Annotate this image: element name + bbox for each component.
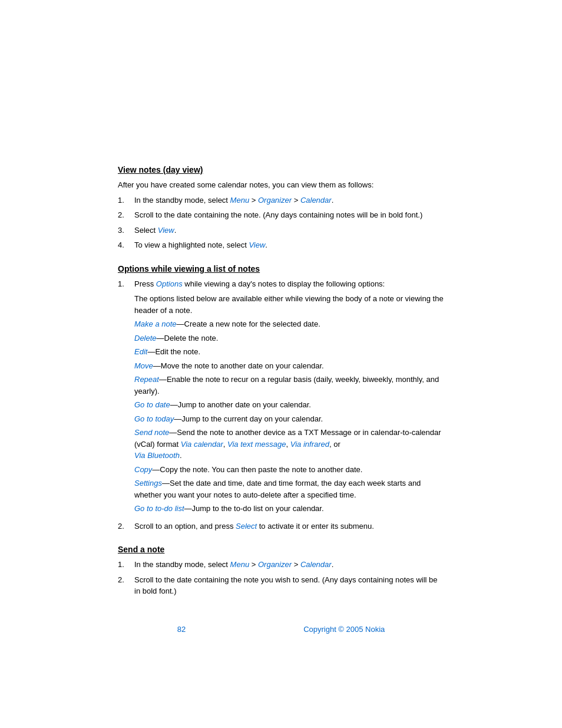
- options-list: 1. Press Options while viewing a day's n…: [118, 278, 444, 532]
- list-content: In the standby mode, select Menu > Organ…: [134, 195, 444, 206]
- list-item: 2. Scroll to an option, and press Select…: [118, 521, 444, 532]
- link-settings: Settings: [134, 479, 162, 487]
- list-content: Scroll to an option, and press Select to…: [134, 521, 444, 532]
- link-move: Move: [134, 361, 153, 370]
- list-number: 2.: [118, 574, 130, 597]
- list-content: Scroll to the date containing the note. …: [134, 209, 444, 221]
- list-item: 2. Scroll to the date containing the not…: [118, 209, 444, 221]
- list-number: 4.: [118, 239, 130, 251]
- footer-copyright: Copyright © 2005 Nokia: [303, 625, 385, 634]
- link-menu-2: Menu: [230, 560, 250, 569]
- list-number: 1.: [118, 278, 130, 517]
- list-item: 1. In the standby mode, select Menu > Or…: [118, 195, 444, 206]
- section-title-view-notes: View notes (day view): [118, 165, 444, 174]
- section-intro-view-notes: After you have created some calendar not…: [118, 179, 444, 191]
- link-go-to-todo: Go to to-do list: [134, 504, 184, 513]
- view-notes-list: 1. In the standby mode, select Menu > Or…: [118, 195, 444, 251]
- link-via-text: Via text message: [227, 440, 286, 449]
- list-item: 4. To view a highlighted note, select Vi…: [118, 239, 444, 251]
- page: View notes (day view) After you have cre…: [0, 0, 562, 728]
- link-copy: Copy: [134, 465, 152, 474]
- list-number: 1.: [118, 195, 130, 206]
- link-organizer-2: Organizer: [258, 560, 292, 569]
- list-item: 1. Press Options while viewing a day's n…: [118, 278, 444, 517]
- link-via-infrared: Via infrared: [290, 440, 329, 449]
- list-content: To view a highlighted note, select View.: [134, 239, 444, 251]
- link-repeat: Repeat: [134, 375, 159, 384]
- link-calendar: Calendar: [300, 196, 332, 205]
- footer-page-number: 82: [177, 625, 186, 634]
- section-view-notes: View notes (day view) After you have cre…: [118, 165, 444, 251]
- list-number: 1.: [118, 559, 130, 571]
- list-item: 3. Select View.: [118, 225, 444, 236]
- sub-item-settings: Settings—Set the date and time, date and…: [134, 477, 444, 500]
- sub-item-go-to-date: Go to date—Jump to another date on your …: [134, 399, 444, 411]
- list-number: 2.: [118, 521, 130, 532]
- footer: 82 Copyright © 2005 Nokia: [0, 625, 562, 634]
- list-content: Press Options while viewing a day's note…: [134, 278, 444, 517]
- link-organizer: Organizer: [258, 196, 292, 205]
- link-via-bluetooth: Via Bluetooth: [134, 451, 180, 460]
- link-via-calendar: Via calendar: [181, 440, 223, 449]
- link-menu: Menu: [230, 196, 250, 205]
- sub-item-repeat: Repeat—Enable the note to recur on a reg…: [134, 374, 444, 397]
- sub-item-copy: Copy—Copy the note. You can then paste t…: [134, 464, 444, 476]
- list-content: Select View.: [134, 225, 444, 236]
- link-options: Options: [156, 279, 183, 288]
- link-select: Select: [236, 522, 257, 531]
- section-send-note: Send a note 1. In the standby mode, sele…: [118, 545, 444, 597]
- sub-item-move: Move—Move the note to another date on yo…: [134, 360, 444, 372]
- link-view: View: [158, 226, 174, 235]
- link-send-note: Send note: [134, 428, 169, 437]
- list-item: 2. Scroll to the date containing the not…: [118, 574, 444, 597]
- sub-item-make-note: Make a note—Create a new note for the se…: [134, 318, 444, 330]
- link-calendar-2: Calendar: [300, 560, 332, 569]
- list-content: Scroll to the date containing the note y…: [134, 574, 444, 597]
- sub-item-go-to-today: Go to today—Jump to the current day on y…: [134, 413, 444, 425]
- list-number: 2.: [118, 209, 130, 221]
- list-item: 1. In the standby mode, select Menu > Or…: [118, 559, 444, 571]
- sub-item-send-note: Send note—Send the note to another devic…: [134, 427, 444, 462]
- sub-intro: The options listed below are available e…: [134, 293, 444, 316]
- list-number: 3.: [118, 225, 130, 236]
- link-go-to-date: Go to date: [134, 400, 170, 409]
- sub-item-delete: Delete—Delete the note.: [134, 332, 444, 344]
- link-edit: Edit: [134, 347, 147, 356]
- send-note-list: 1. In the standby mode, select Menu > Or…: [118, 559, 444, 597]
- list-content: In the standby mode, select Menu > Organ…: [134, 559, 444, 571]
- section-title-options: Options while viewing a list of notes: [118, 264, 444, 274]
- link-go-to-today: Go to today: [134, 414, 174, 423]
- sub-item-go-to-todo: Go to to-do list—Jump to the to-do list …: [134, 503, 444, 515]
- section-options-viewing: Options while viewing a list of notes 1.…: [118, 264, 444, 532]
- link-make-note: Make a note: [134, 319, 177, 328]
- link-view-2: View: [249, 241, 265, 249]
- sub-item-edit: Edit—Edit the note.: [134, 346, 444, 358]
- section-title-send-note: Send a note: [118, 545, 444, 554]
- link-delete: Delete: [134, 334, 157, 342]
